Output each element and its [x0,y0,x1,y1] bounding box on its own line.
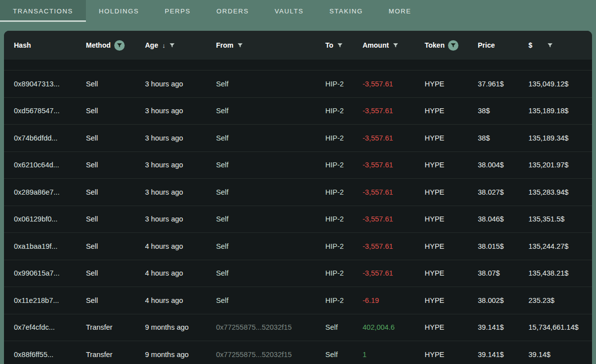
hash-link-wrap: 0x11e218b7... [14,296,86,304]
usd-value-cell-wrap: 135,351.5$ [528,215,592,223]
age-cell-wrap: 9 months ago [145,323,216,331]
to-link-wrap: HIP-2 [325,242,363,250]
hash-link[interactable]: 0x6210c64d... [14,161,59,169]
method-cell-wrap: Sell [86,107,145,115]
to-link[interactable]: Self [325,323,338,331]
table-row: 0x990615a7...Sell4 hours agoSelfHIP-2-3,… [4,260,592,287]
hash-link[interactable]: 0x990615a7... [14,269,60,277]
age-cell-wrap: 3 hours ago [145,161,216,169]
to-link[interactable]: Self [325,351,338,359]
from-link-wrap: 0x77255875...52032f15 [216,323,325,331]
column-header-method: Method [86,40,145,51]
to-link[interactable]: HIP-2 [325,134,344,142]
tab-transactions[interactable]: TRANSACTIONS [0,0,86,22]
token-cell: HYPE [425,323,445,331]
from-link[interactable]: Self [216,296,228,304]
tab-vaults[interactable]: VAULTS [262,0,316,22]
to-link[interactable]: HIP-2 [325,188,344,196]
amount-cell: 1 [363,351,367,359]
to-link[interactable]: HIP-2 [325,242,344,250]
filter-icon[interactable] [114,40,125,51]
filter-icon[interactable] [237,42,243,49]
table-row: 0xa1baa19f...Sell4 hours agoSelfHIP-2-3,… [4,232,592,260]
method-cell: Sell [86,269,98,277]
price-cell-wrap: 38.07$ [478,269,528,277]
hash-link[interactable]: 0x11e218b7... [14,296,59,304]
to-link-wrap: HIP-2 [325,215,363,223]
hash-link[interactable]: 0xa1baa19f... [14,242,58,250]
hash-link-wrap: 0x289a86e7... [14,188,86,196]
hash-link[interactable]: 0x289a86e7... [14,188,60,196]
usd-value-cell: 39.14$ [528,351,550,359]
hash-link[interactable]: 0x88f6ff55... [14,351,54,359]
price-cell-wrap: 37.961$ [478,80,528,88]
usd-value-cell-wrap: 135,244.27$ [528,242,592,250]
tab-more[interactable]: MORE [376,0,424,22]
usd-value-cell: 15,734,661.14$ [528,323,579,331]
amount-cell-wrap: -3,557.61 [363,161,425,169]
from-link[interactable]: Self [216,107,228,115]
token-cell-wrap: HYPE [425,188,478,196]
usd-value-cell-wrap: 135,189.18$ [528,107,592,115]
age-cell: 9 months ago [145,323,189,331]
hash-link[interactable]: 0x89047313... [14,80,60,88]
hash-link[interactable]: 0xd5678547... [14,107,60,115]
to-link[interactable]: HIP-2 [325,269,344,277]
to-link[interactable]: HIP-2 [325,80,344,88]
filter-icon[interactable] [547,42,553,49]
hash-link[interactable]: 0x06129bf0... [14,215,58,223]
from-link[interactable]: 0x77255875...52032f15 [216,351,292,359]
to-link[interactable]: HIP-2 [325,161,344,169]
to-link[interactable]: HIP-2 [325,296,344,304]
method-cell-wrap: Transfer [86,351,145,359]
amount-cell-wrap: -3,557.61 [363,80,425,88]
hash-link[interactable]: 0x7ef4cfdc... [14,323,55,331]
amount-cell-wrap: -3,557.61 [363,134,425,142]
hash-link-wrap: 0x990615a7... [14,269,86,277]
sort-desc-icon[interactable]: ↓ [162,42,165,49]
amount-cell-wrap: -3,557.61 [363,215,425,223]
amount-cell: -3,557.61 [363,107,393,115]
to-link-wrap: HIP-2 [325,107,363,115]
from-link-wrap: 0x77255875...52032f15 [216,351,325,359]
hash-link[interactable]: 0x74b6dfdd... [14,134,58,142]
method-cell-wrap: Sell [86,269,145,277]
from-link[interactable]: 0x77255875...52032f15 [216,323,292,331]
token-cell: HYPE [425,215,445,223]
from-link[interactable]: Self [216,242,228,250]
amount-cell: -3,557.61 [363,242,393,250]
tab-perps[interactable]: PERPS [152,0,204,22]
price-cell: 39.141$ [478,323,504,331]
filter-icon[interactable] [337,42,343,49]
to-link[interactable]: HIP-2 [325,107,344,115]
age-cell-wrap: 3 hours ago [145,107,216,115]
from-link[interactable]: Self [216,161,228,169]
price-cell-wrap: 38$ [478,107,528,115]
from-link-wrap: Self [216,242,325,250]
to-link-wrap: Self [325,351,363,359]
from-link[interactable]: Self [216,188,228,196]
tab-holdings[interactable]: HOLDINGS [86,0,152,22]
from-link[interactable]: Self [216,269,228,277]
token-cell-wrap: HYPE [425,351,478,359]
price-cell: 38.002$ [478,296,504,304]
age-cell: 3 hours ago [145,161,183,169]
tab-orders[interactable]: ORDERS [204,0,262,22]
token-cell-wrap: HYPE [425,296,478,304]
age-cell: 9 months ago [145,351,189,359]
filter-icon[interactable] [392,42,399,49]
method-cell: Sell [86,242,98,250]
token-cell: HYPE [425,242,445,250]
age-cell-wrap: 3 hours ago [145,80,216,88]
from-link[interactable]: Self [216,134,228,142]
tab-staking[interactable]: STAKING [316,0,375,22]
from-link[interactable]: Self [216,80,228,88]
price-cell: 38.027$ [478,188,504,196]
token-cell-wrap: HYPE [425,134,478,142]
table-row: 0x88f6ff55...Transfer9 months ago0x77255… [4,341,592,364]
filter-icon[interactable] [169,42,175,49]
age-cell: 3 hours ago [145,215,183,223]
to-link[interactable]: HIP-2 [325,215,344,223]
filter-icon[interactable] [448,40,458,51]
from-link[interactable]: Self [216,215,228,223]
